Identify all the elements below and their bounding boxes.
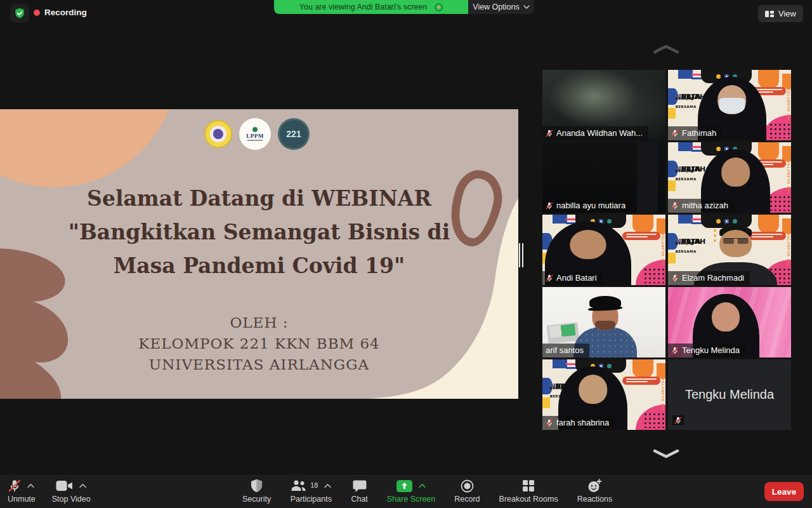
banner-record-icon	[435, 3, 443, 11]
participant-tile-tengku-melinda[interactable]: Tengku Melinda	[668, 287, 791, 358]
toolbar-item-security[interactable]: Security	[242, 478, 271, 504]
muted-mic-icon	[546, 419, 553, 427]
record-icon	[461, 479, 474, 493]
muted-mic-indicator	[672, 415, 684, 425]
kkn-badge	[622, 377, 660, 385]
participant-tile-elzam-rachmadi[interactable]: KELOMPOK 221 KULIAH KERJA NYATA BELAJAR …	[668, 215, 791, 285]
kkn-vertical-label: KELOMPOK 221	[787, 161, 790, 194]
viewing-screen-banner: You are viewing Andi Batari's screen	[274, 0, 468, 14]
muted-mic-icon	[671, 130, 679, 137]
participants-count: 18	[310, 481, 318, 489]
toolbar-item-reactions[interactable]: Reactions	[577, 478, 613, 504]
slide-subtitle: OLEH : KELOMPOK 221 KKN BBM 64 UNIVERSIT…	[0, 312, 518, 375]
shield-check-icon	[13, 7, 26, 20]
panel-resize-handle[interactable]	[519, 243, 523, 267]
toolbar-item-label: Chat	[351, 495, 367, 504]
muted-mic-icon	[671, 274, 679, 282]
recording-dot-icon	[34, 10, 40, 16]
participants-icon	[290, 479, 307, 492]
chevron-up-icon[interactable]	[418, 483, 426, 488]
toolbar-item-chat[interactable]: Chat	[351, 478, 367, 504]
toolbar-item-unmute[interactable]: Unmute	[8, 478, 36, 504]
view-layout-icon	[765, 10, 774, 18]
participant-tile-nabilla-ayu-mutiara[interactable]: nabilla ayu mutiara	[542, 142, 665, 213]
participant-nameplate: nabilla ayu mutiara	[542, 199, 631, 213]
kkn-vertical-label: KELOMPOK 221	[661, 234, 665, 266]
scroll-down-button[interactable]	[652, 448, 681, 462]
chevron-up-icon[interactable]	[324, 483, 332, 488]
participant-name: Fathimah	[682, 128, 716, 138]
view-layout-button[interactable]: View	[758, 5, 803, 22]
laptop	[546, 322, 579, 344]
participant-tile-mitha-azizah[interactable]: KELOMPOK 221 KULIAH KERJA NYATA BELAJAR …	[668, 142, 791, 213]
toolbar-item-record[interactable]: Record	[454, 478, 480, 504]
muted-mic-icon	[546, 130, 553, 137]
toolbar-item-label: Participants	[291, 495, 332, 504]
kelompok-221-logo: 221	[278, 118, 310, 150]
view-button-label: View	[778, 9, 796, 18]
toolbar-item-share-screen[interactable]: Share Screen	[387, 478, 435, 504]
participant-nameplate: arif santos	[542, 344, 589, 358]
chevron-up-icon	[652, 43, 681, 55]
muted-mic-icon	[671, 202, 679, 210]
banner-text: You are viewing Andi Batari's screen	[299, 3, 427, 11]
breakout-rooms-icon	[522, 479, 535, 492]
chevron-up-icon[interactable]	[79, 483, 87, 488]
slide-title: Selamat Datang di WEBINAR "Bangkitkan Se…	[0, 182, 518, 283]
toolbar-item-label: Record	[454, 495, 480, 504]
kkn-vertical-label: KELOMPOK 221	[787, 234, 790, 266]
participant-tile-andi-batari[interactable]: KELOMPOK 221 KULIAH KERJA NYATA BELAJAR …	[542, 215, 665, 285]
participant-name: arif santos	[546, 345, 584, 355]
chevron-down-icon	[523, 5, 530, 9]
participant-tile-ananda-wildhan-wah[interactable]: Ananda Wildhan Wah...	[542, 70, 665, 140]
slide-logo-row: LPPM 221	[204, 118, 310, 150]
lppm-logo: LPPM	[239, 118, 271, 150]
participant-tile-arif-santos[interactable]: arif santos	[542, 287, 665, 358]
chevron-down-icon	[652, 448, 681, 460]
toolbar-item-label: Unmute	[8, 495, 36, 504]
muted-mic-icon	[546, 202, 553, 210]
kkn-vertical-label: KELOMPOK 221	[787, 89, 790, 121]
participant-tile-fathimah[interactable]: KELOMPOK 221 KULIAH KERJA NYATA BELAJAR …	[668, 70, 791, 140]
camera-icon	[56, 479, 73, 492]
shield-icon	[251, 479, 263, 493]
participant-nameplate: Elzam Rachmadi	[668, 271, 750, 285]
meeting-info-shield-button[interactable]	[10, 4, 29, 23]
view-options-dropdown[interactable]: View Options	[468, 0, 534, 14]
scroll-up-button[interactable]	[652, 43, 681, 57]
toolbar-item-label: Security	[242, 495, 271, 504]
leave-button[interactable]: Leave	[764, 482, 804, 501]
toolbar-center-group: Security 18 Participants Chat Share Scre…	[242, 478, 612, 504]
participant-nameplate: Fathimah	[668, 126, 722, 140]
participant-nameplate: farah shabrina	[542, 416, 615, 430]
participant-name: mitha azizah	[682, 201, 728, 210]
toolbar-item-label: Breakout Rooms	[499, 495, 558, 504]
participant-tile-tengku-melinda[interactable]: Tengku Melinda	[668, 359, 791, 430]
view-options-label: View Options	[473, 3, 519, 11]
toolbar-item-label: Stop Video	[52, 495, 91, 504]
toolbar-item-label: Share Screen	[387, 495, 435, 504]
recording-label: Recording	[44, 8, 87, 17]
meeting-toolbar: Unmute Stop Video Security 18 Participan…	[0, 474, 812, 508]
participant-name: nabilla ayu mutiara	[556, 201, 625, 210]
participant-name: Ananda Wildhan Wah...	[556, 128, 643, 138]
toolbar-item-stop-video[interactable]: Stop Video	[52, 478, 91, 504]
participant-name: Tengku Melinda	[682, 345, 740, 355]
participant-tile-farah-shabrina[interactable]: KELOMPOK 221 KULIAH KERJA NYATA BELAJAR …	[542, 359, 665, 430]
chevron-up-icon[interactable]	[27, 483, 35, 488]
participant-nameplate: mitha azizah	[668, 199, 734, 213]
participant-nameplate: Tengku Melinda	[668, 344, 745, 358]
toolbar-item-participants[interactable]: 18 Participants	[290, 478, 332, 504]
mic-muted-icon	[8, 479, 21, 493]
toolbar-item-breakout-rooms[interactable]: Breakout Rooms	[499, 478, 558, 504]
participant-nameplate: Ananda Wildhan Wah...	[542, 126, 648, 140]
camera-off-name-card: Tengku Melinda	[668, 359, 791, 430]
muted-mic-icon	[674, 417, 682, 424]
participant-name-centered: Tengku Melinda	[685, 387, 774, 402]
recording-indicator: Recording	[34, 8, 87, 17]
reactions-icon	[587, 479, 602, 493]
zoom-meeting-window: Recording You are viewing Andi Batari's …	[0, 0, 812, 508]
shared-screen: LPPM 221 Selamat Datang di WEBINAR "Bang…	[0, 109, 518, 399]
participant-nameplate: Andi Batari	[542, 271, 603, 285]
muted-mic-icon	[671, 347, 679, 354]
